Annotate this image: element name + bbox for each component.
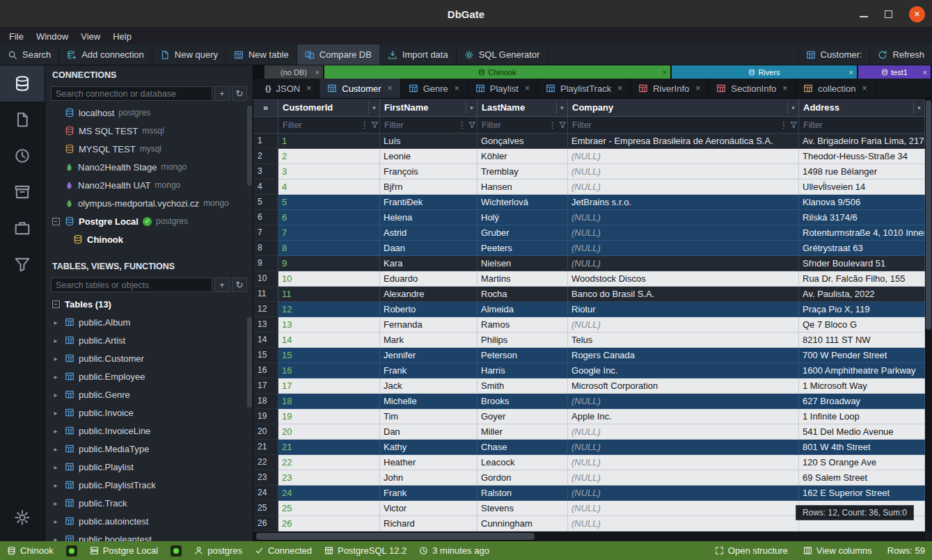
cell-address[interactable]: Av. Brigadeiro Faria Lima, 2170 — [799, 134, 925, 149]
column-header-company[interactable]: Company▾ — [568, 99, 799, 116]
cell-lastname[interactable]: Miller — [477, 424, 568, 440]
cell-lastname[interactable]: Philips — [477, 333, 568, 348]
cell-company[interactable]: Apple Inc. — [568, 409, 799, 424]
cell-address[interactable]: Av. Paulista, 2022 — [799, 287, 925, 302]
cell-firstname[interactable]: Eduardo — [380, 271, 477, 287]
close-icon[interactable]: × — [525, 83, 530, 93]
cell-address[interactable]: Klanova 9/506 — [799, 195, 925, 210]
grid-corner-button[interactable]: » — [253, 99, 278, 116]
cell-firstname[interactable]: Frank — [380, 486, 477, 501]
chevron-right-icon[interactable]: ▸ — [51, 499, 61, 507]
cell-address[interactable]: Rotenturmstraße 4, 1010 Innere Stadt — [799, 225, 925, 241]
cell-firstname[interactable]: Kara — [380, 256, 477, 271]
cell-customerid[interactable]: 3 — [278, 164, 380, 179]
cell-company[interactable]: Telus — [568, 333, 799, 348]
table-row[interactable]: 1111AlexandreRochaBanco do Brasil S.A.Av… — [253, 287, 925, 302]
cell-company[interactable]: (NULL) — [568, 486, 799, 501]
cell-company[interactable]: Embraer - Empresa Brasileira de Aeronáut… — [568, 134, 799, 149]
cell-company[interactable]: Riotur — [568, 302, 799, 317]
cell-lastname[interactable]: Goyer — [477, 409, 568, 424]
vertical-scrollbar[interactable] — [925, 99, 932, 531]
chevron-right-icon[interactable]: ▸ — [51, 481, 61, 489]
filter-input[interactable] — [799, 120, 924, 130]
table-item[interactable]: ▸public.Playlist — [45, 458, 253, 476]
tables-search-input[interactable] — [51, 278, 212, 292]
cell-lastname[interactable]: Gruber — [477, 225, 568, 241]
tab-customer[interactable]: Customer× — [319, 79, 400, 98]
cell-lastname[interactable]: Peeters — [477, 241, 568, 256]
cell-address[interactable]: Praça Pio X, 119 — [799, 302, 925, 317]
cell-customerid[interactable]: 9 — [278, 256, 380, 271]
filter-funnel-icon[interactable] — [789, 121, 798, 129]
customer-button[interactable]: Customer: — [798, 45, 870, 65]
cell-firstname[interactable]: Bjřrn — [380, 179, 477, 195]
cell-firstname[interactable]: Luís — [380, 134, 477, 149]
search-button[interactable]: Search — [0, 45, 59, 65]
cell-address[interactable]: Theodor-Heuss-Straße 34 — [799, 149, 925, 164]
cell-firstname[interactable]: Leonie — [380, 149, 477, 164]
cell-address[interactable]: 1600 Amphitheatre Parkway — [799, 363, 925, 378]
connection-item[interactable]: olympus-medportal.vychozi.czmongo — [45, 194, 253, 212]
column-dropdown-icon[interactable]: ▾ — [466, 102, 477, 114]
cell-company[interactable]: (NULL) — [568, 241, 799, 256]
table-row[interactable]: 1010EduardoMartinsWoodstock DiscosRua Dr… — [253, 271, 925, 287]
cell-company[interactable]: (NULL) — [568, 455, 799, 470]
db-tab-rivers[interactable]: Rivers× — [672, 65, 857, 79]
cell-lastname[interactable]: Gordon — [477, 470, 568, 486]
close-icon[interactable]: × — [849, 68, 853, 77]
table-row[interactable]: 22LeonieKöhler(NULL)Theodor-Heuss-Straße… — [253, 149, 925, 164]
cell-customerid[interactable]: 24 — [278, 486, 380, 501]
connections-search-input[interactable] — [51, 86, 212, 101]
kebab-menu-icon[interactable]: ⋮ — [548, 120, 558, 130]
cell-firstname[interactable]: François — [380, 164, 477, 179]
table-row[interactable]: 99KaraNielsen(NULL)Sřnder Boulevard 51 — [253, 256, 925, 271]
cell-company[interactable]: (NULL) — [568, 424, 799, 440]
table-row[interactable]: 1818MichelleBrooks(NULL)627 Broadway — [253, 394, 925, 409]
table-row[interactable]: 77AstridGruber(NULL)Rotenturmstraße 4, 1… — [253, 225, 925, 241]
status-postgre-local[interactable]: Postgre Local — [90, 545, 159, 556]
cell-lastname[interactable]: Stevens — [477, 501, 568, 516]
cell-address[interactable]: 1498 rue Bélanger — [799, 164, 925, 179]
minimize-button[interactable] — [860, 16, 868, 17]
cell-customerid[interactable]: 21 — [278, 440, 380, 455]
column-header-lastname[interactable]: LastName▾ — [477, 99, 568, 116]
cell-customerid[interactable]: 8 — [278, 241, 380, 256]
close-icon[interactable]: × — [695, 83, 700, 93]
cell-company[interactable]: (NULL) — [568, 516, 799, 531]
close-icon[interactable]: × — [617, 83, 622, 93]
cell-address[interactable]: Sřnder Boulevard 51 — [799, 256, 925, 271]
table-row[interactable]: 2121KathyChase(NULL)801 W 4th Street — [253, 440, 925, 455]
cell-lastname[interactable]: Brooks — [477, 394, 568, 409]
cell-address[interactable]: 162 E Superior Street — [799, 486, 925, 501]
db-tab-test1[interactable]: test1× — [858, 65, 931, 79]
column-header-firstname[interactable]: FirstName▾ — [380, 99, 477, 116]
status-indicator[interactable] — [171, 545, 182, 557]
cell-address[interactable]: 1 Microsoft Way — [799, 378, 925, 394]
left-panel-scrollbar-2[interactable] — [247, 317, 252, 408]
filter-funnel-icon[interactable] — [467, 121, 477, 129]
cell-customerid[interactable]: 6 — [278, 210, 380, 225]
cell-lastname[interactable]: Nielsen — [477, 256, 568, 271]
cell-lastname[interactable]: Ralston — [477, 486, 568, 501]
column-dropdown-icon[interactable]: ▾ — [913, 102, 924, 114]
cell-lastname[interactable]: Ramos — [477, 317, 568, 333]
filter-input[interactable] — [278, 120, 360, 130]
status-open-structure[interactable]: Open structure — [715, 545, 788, 556]
table-item[interactable]: ▸public.Customer — [45, 349, 253, 367]
column-dropdown-icon[interactable]: ▾ — [556, 102, 567, 114]
db-tab-no-db[interactable]: (no DB)× — [264, 65, 323, 79]
status-indicator[interactable] — [66, 545, 77, 557]
cell-company[interactable]: (NULL) — [568, 149, 799, 164]
cell-lastname[interactable]: Chase — [477, 440, 568, 455]
tab-genre[interactable]: Genre× — [401, 79, 468, 98]
cell-company[interactable]: Banco do Brasil S.A. — [568, 287, 799, 302]
cell-company[interactable]: Woodstock Discos — [568, 271, 799, 287]
cell-customerid[interactable]: 13 — [278, 317, 380, 333]
compare-db-button[interactable]: Compare DB — [297, 45, 380, 65]
cell-address[interactable]: Qe 7 Bloco G — [799, 317, 925, 333]
cell-address[interactable]: 8210 111 ST NW — [799, 333, 925, 348]
table-row[interactable]: 88DaanPeeters(NULL)Grétrystraat 63 — [253, 241, 925, 256]
cell-customerid[interactable]: 15 — [278, 348, 380, 363]
table-item[interactable]: ▸public.Track — [45, 494, 253, 512]
table-row[interactable]: 11LuísGonçalvesEmbraer - Empresa Brasile… — [253, 134, 925, 149]
